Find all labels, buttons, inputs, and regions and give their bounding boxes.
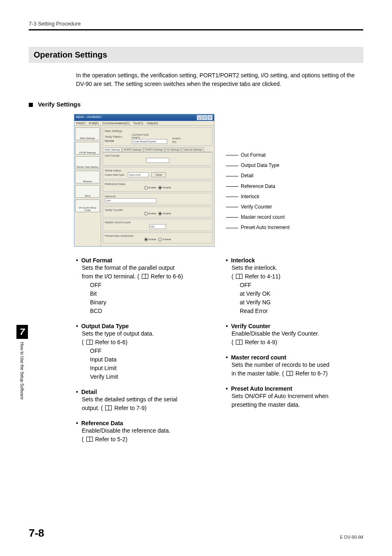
- out-format-label: Out Format: [105, 154, 210, 157]
- verify-counter-label: Verify Counter: [105, 208, 210, 211]
- verify-counter-disable-radio[interactable]: [158, 212, 162, 215]
- verify-counter-desc: Enable/Disable the Verify Counter.: [232, 329, 364, 338]
- menu-communication[interactable]: Communication(C): [102, 121, 130, 125]
- sidebar-item-quick-setup[interactable]: DV Quick Setup Code: [75, 199, 100, 212]
- tab-optional-settings[interactable]: Optional Settings: [182, 148, 204, 151]
- reference-disable-radio[interactable]: [158, 186, 162, 190]
- header-rule: [29, 29, 363, 30]
- sidebar-item-main-settings[interactable]: Main Settings: [75, 127, 100, 140]
- list-item: BCD: [90, 307, 214, 315]
- main-settings-panel: Main Settings Verify Pattern Normal Conn…: [103, 127, 212, 146]
- preset-auto-panel: Preset Auto Increment Enable Disable: [103, 232, 212, 243]
- master-record-desc2b: Refer to 6-7): [294, 370, 327, 377]
- book-icon: [142, 274, 148, 279]
- list-item: at Verify NG: [240, 298, 364, 307]
- window-controls[interactable]: _□×: [196, 115, 212, 120]
- menu-edit[interactable]: Edit(E): [89, 121, 99, 125]
- item-title-output-data-type: Output Data Type: [76, 323, 214, 329]
- port2-value: PC: [173, 141, 211, 144]
- connect-unit-label: Connect Unit: [132, 133, 210, 136]
- enable-label: Enable: [149, 186, 157, 189]
- maximize-icon[interactable]: □: [202, 115, 207, 120]
- menu-tool[interactable]: Tool(T): [133, 121, 143, 125]
- serial-output-panel: Serial output Output Data Type : Input L…: [103, 167, 212, 179]
- interlock-label: Interlock: [105, 195, 210, 198]
- interlock-select[interactable]: OFF: [105, 198, 157, 203]
- preset-auto-desc1: Sets ON/OFF of Auto Increment when: [232, 392, 364, 401]
- out-format-desc2b: Refer to 6-6): [149, 273, 183, 280]
- out-format-desc2a: from the I/O terminal. (: [82, 273, 141, 280]
- master-record-desc: Sets the number of records to be used: [232, 361, 364, 369]
- item-title-verify-counter: Verify Counter: [226, 323, 364, 329]
- preset-auto-desc2: presetting the master data.: [232, 401, 364, 409]
- reference-data-ref-a: (: [82, 436, 85, 442]
- breadcrumb: 7-3 Setting Procedure: [29, 21, 363, 27]
- sidebar-item-dv90-settings[interactable]: DV-90 Settings: [75, 142, 100, 155]
- close-icon[interactable]: ×: [208, 115, 212, 120]
- interlock-panel: Interlock OFF: [103, 193, 212, 205]
- book-icon: [236, 274, 242, 279]
- preset-auto-enable-radio[interactable]: [144, 238, 148, 241]
- output-data-type-label: Output Data Type :: [105, 174, 125, 176]
- callout-master-record: Master record count: [226, 212, 290, 222]
- preset-auto-label: Preset Auto Increment: [105, 234, 210, 237]
- tab-port1-settings[interactable]: PORT1 Settings: [122, 148, 143, 151]
- callout-interlock: Interlock: [226, 192, 290, 202]
- item-title-out-format: Out Format: [76, 257, 214, 264]
- preset-auto-disable-radio[interactable]: [158, 238, 162, 241]
- list-item: OFF: [90, 347, 214, 355]
- detail-button[interactable]: Detail: [151, 172, 166, 177]
- sidebar-item-receive[interactable]: Receive: [75, 171, 100, 183]
- output-data-type-select[interactable]: Input Limit: [128, 172, 149, 177]
- master-record-desc2a: in the master table. (: [232, 370, 286, 377]
- tab-verify-settings[interactable]: Verify Settings: [103, 148, 122, 151]
- output-data-type-ref-b: Refer to 6-6): [94, 339, 127, 345]
- out-format-panel: Out Format: [103, 152, 212, 166]
- port1-value[interactable]: Code Reader[TypeA]: [132, 139, 167, 144]
- detail-desc2a: output. (: [82, 405, 104, 411]
- doc-id: E DV-90-IM: [340, 535, 363, 540]
- minimize-icon[interactable]: _: [197, 115, 202, 120]
- list-item: Input Limit: [90, 364, 214, 373]
- list-item: Input Data: [90, 355, 214, 364]
- callout-preset-auto: Preset Auto Increment: [226, 222, 290, 233]
- menu-file[interactable]: File(F): [76, 121, 85, 125]
- book-icon: [236, 340, 242, 345]
- list-item: OFF: [90, 281, 214, 290]
- out-format-select[interactable]: [146, 158, 169, 163]
- tab-port2-settings[interactable]: PORT2 Settings: [144, 148, 165, 151]
- app-window: NEW – DV90SET _□× File(F) Edit(E) Commun…: [74, 114, 214, 247]
- sidebar-item-master-data[interactable]: Master Data Setting: [75, 156, 100, 169]
- callout-output-data-type: Output Data Type: [226, 160, 290, 171]
- out-format-desc1: Sets the format of the parallel output: [82, 264, 214, 272]
- window-title: NEW – DV90SET: [76, 115, 102, 120]
- tab-bar[interactable]: Verify SettingsPORT1 SettingsPORT2 Setti…: [103, 147, 212, 152]
- book-icon: [86, 437, 93, 442]
- tab-io-settings[interactable]: I/O Settings: [165, 148, 181, 151]
- chapter-label: How to Use the Setup Software: [20, 342, 24, 400]
- reference-data-label: Reference Data: [105, 183, 210, 185]
- chapter-number: 7: [16, 325, 28, 339]
- callout-verify-counter: Verify Counter: [226, 202, 290, 212]
- list-item: Read Error: [240, 307, 364, 315]
- reference-enable-radio[interactable]: [144, 186, 148, 190]
- list-item: Binary: [90, 298, 214, 307]
- app-main: Main Settings Verify Pattern Normal Conn…: [101, 126, 214, 246]
- enable-label-3: Enable: [149, 238, 157, 241]
- item-title-interlock: Interlock: [226, 257, 364, 264]
- callout-out-format: Out Format: [226, 150, 290, 160]
- serial-output-label: Serial output: [105, 169, 210, 172]
- master-record-panel: Master record count 032: [103, 219, 212, 231]
- figure-callouts: Out Format Output Data Type Detail Refer…: [226, 150, 290, 233]
- menubar[interactable]: File(F) Edit(E) Communication(C) Tool(T)…: [74, 121, 214, 126]
- item-title-preset-auto: Preset Auto Increment: [226, 385, 364, 392]
- verify-counter-panel: Verify Counter Enable Disable: [103, 206, 212, 218]
- sidebar-item-send[interactable]: Send: [75, 185, 100, 198]
- book-icon: [105, 405, 112, 410]
- menu-help[interactable]: Help(H): [147, 121, 158, 125]
- verify-counter-enable-radio[interactable]: [144, 212, 148, 215]
- master-record-select[interactable]: 032: [149, 224, 166, 229]
- book-icon: [286, 371, 293, 376]
- verify-counter-ref-a: (: [232, 339, 235, 345]
- book-icon: [86, 340, 93, 345]
